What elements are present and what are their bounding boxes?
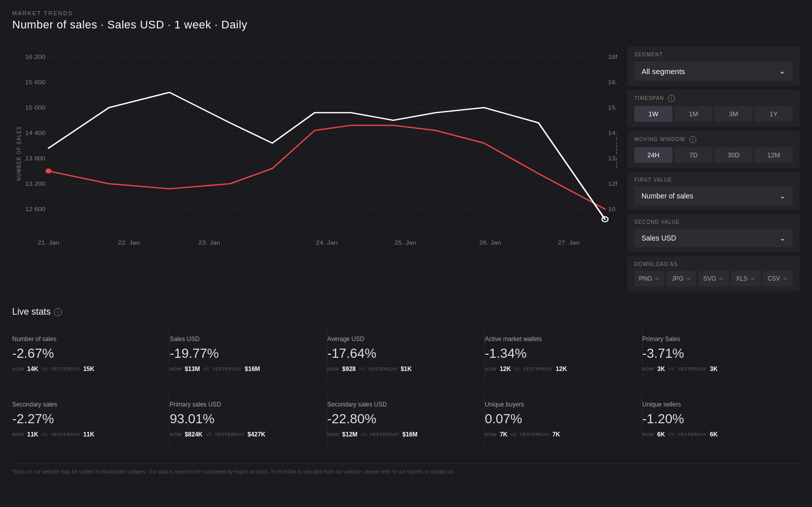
chart-svg: 16 200 15 600 15 000 14 400 13 800 13 20… [12, 42, 617, 255]
timespan-3m-button[interactable]: 3M [715, 106, 753, 122]
stat-card-primary-sales: Primary Sales -3.71% NOW 3K VS YESTERDAY… [642, 327, 800, 381]
first-value-dropdown[interactable]: Number of sales ⌄ [634, 187, 793, 205]
svg-text:12 600: 12 600 [25, 206, 45, 213]
main-content: 16 200 15 600 15 000 14 400 13 800 13 20… [12, 42, 800, 291]
svg-text:12M: 12M [608, 181, 617, 187]
moving-window-12m-button[interactable]: 12M [755, 147, 793, 163]
stat-pct: -19.77% [170, 346, 316, 361]
stat-pct: 93.01% [170, 411, 316, 427]
moving-window-btn-group: 24H 7D 30D 12M [634, 147, 793, 163]
stat-comparison: NOW 11K VS YESTERDAY 11K [12, 431, 159, 438]
chart-section: 16 200 15 600 15 000 14 400 13 800 13 20… [12, 42, 617, 291]
svg-text:14.4M: 14.4M [608, 130, 617, 137]
segment-value: All segments [641, 67, 685, 76]
stat-name: Unique buyers [485, 401, 631, 408]
stat-card-unique-buyers: Unique buyers 0.07% NOW 7K VS YESTERDAY … [485, 393, 642, 446]
stat-name: Primary sales USD [170, 401, 316, 408]
first-value-control: First value Number of sales ⌄ [627, 172, 800, 210]
timespan-label: TIMESPAN i [634, 95, 793, 102]
stat-comparison: NOW 14K VS YESTERDAY 15K [12, 365, 159, 373]
sidebar: Segment All segments ⌄ TIMESPAN i 1W 1M … [627, 42, 800, 291]
download-label: DOWNLOAD AS [634, 261, 793, 267]
timespan-1m-button[interactable]: 1M [674, 106, 713, 122]
second-value-arrow-icon: ⌄ [780, 234, 786, 242]
stat-name: Secondary sales USD [327, 401, 474, 408]
svg-text:27. Jan: 27. Jan [558, 240, 580, 246]
stat-pct: -3.71% [642, 346, 790, 361]
segment-label: Segment [634, 52, 793, 57]
svg-text:26. Jan: 26. Jan [479, 240, 501, 246]
timespan-info-icon[interactable]: i [668, 95, 675, 102]
second-value-label: Second value [634, 219, 793, 225]
svg-text:21. Jan: 21. Jan [38, 240, 59, 246]
svg-text:25. Jan: 25. Jan [394, 240, 416, 246]
svg-text:14 400: 14 400 [25, 130, 45, 137]
header: MARKET TRENDS Number of sales · Sales US… [12, 10, 800, 31]
stat-name: Secondary sales [12, 401, 159, 408]
stat-comparison: NOW $12M VS YESTERDAY $16M [327, 431, 474, 438]
stats-grid-row1: Number of sales -2.67% NOW 14K VS YESTER… [12, 327, 800, 381]
timespan-1w-button[interactable]: 1W [634, 106, 672, 122]
stat-card-number-of-sales: Number of sales -2.67% NOW 14K VS YESTER… [12, 327, 170, 381]
svg-text:13 200: 13 200 [25, 181, 45, 187]
download-csv-button[interactable]: CSV → [763, 271, 793, 286]
live-stats-info-icon[interactable]: i [54, 308, 62, 316]
stat-pct: -22.80% [327, 411, 474, 427]
first-value-label: First value [634, 177, 793, 183]
stat-name: Average USD [327, 335, 474, 343]
moving-window-info-icon[interactable]: i [689, 136, 696, 143]
stat-comparison: NOW $824K VS YESTERDAY $427K [170, 431, 316, 438]
stat-card-secondary-sales: Secondary sales -2.27% NOW 11K VS YESTER… [12, 393, 170, 446]
stat-card-active-wallets: Active market wallets -1.34% NOW 12K VS … [485, 327, 642, 381]
second-value-dropdown[interactable]: Sales USD ⌄ [634, 229, 793, 247]
timespan-control: TIMESPAN i 1W 1M 3M 1Y [627, 90, 800, 127]
stat-comparison: NOW 12K VS YESTERDAY 12K [485, 365, 631, 373]
live-stats-title: Live stats i [12, 307, 800, 317]
svg-text:23. Jan: 23. Jan [198, 240, 220, 246]
svg-text:NUMBER OF SALES: NUMBER OF SALES [16, 126, 22, 181]
download-jpg-button[interactable]: JPG → [666, 271, 696, 286]
svg-text:SALES USD: SALES USD [615, 137, 617, 170]
stat-comparison: NOW $13M VS YESTERDAY $16M [170, 365, 316, 373]
stat-pct: 0.07% [485, 411, 631, 427]
stat-card-average-usd: Average USD -17.64% NOW $928 VS YESTERDA… [327, 327, 485, 381]
chart-wrapper: 16 200 15 600 15 000 14 400 13 800 13 20… [12, 42, 617, 255]
page-title: Number of sales · Sales USD · 1 week · D… [12, 18, 800, 31]
svg-text:22. Jan: 22. Jan [118, 240, 140, 246]
segment-dropdown[interactable]: All segments ⌄ [634, 61, 793, 81]
stat-name: Number of sales [12, 335, 159, 343]
download-svg-button[interactable]: SVG → [698, 271, 728, 286]
stat-name: Sales USD [170, 335, 316, 343]
stat-comparison: NOW 7K VS YESTERDAY 7K [485, 431, 631, 438]
download-png-button[interactable]: PNG → [634, 271, 664, 286]
svg-text:15 600: 15 600 [25, 79, 45, 86]
download-btns: PNG → JPG → SVG → XLS → CSV → [634, 271, 793, 286]
stat-pct: -17.64% [327, 346, 474, 361]
stat-comparison: NOW 3K VS YESTERDAY 3K [642, 365, 790, 373]
stat-comparison: NOW $928 VS YESTERDAY $1K [327, 365, 474, 373]
second-value-control: Second value Sales USD ⌄ [627, 214, 800, 252]
moving-window-30d-button[interactable]: 30D [715, 147, 753, 163]
timespan-1y-button[interactable]: 1Y [755, 106, 793, 122]
download-xls-button[interactable]: XLS → [731, 271, 761, 286]
stat-card-primary-sales-usd: Primary sales USD 93.01% NOW $824K VS YE… [170, 393, 327, 446]
footer-note: *Data on our website may be subject to b… [12, 463, 800, 475]
stat-name: Active market wallets [485, 335, 631, 343]
stats-grid-row2: Secondary sales -2.27% NOW 11K VS YESTER… [12, 393, 800, 446]
svg-text:13 800: 13 800 [25, 155, 45, 162]
stat-pct: -1.20% [642, 411, 790, 427]
market-trends-label: MARKET TRENDS [12, 10, 800, 16]
stat-card-unique-sellers: Unique sellers -1.20% NOW 6K VS YESTERDA… [642, 393, 800, 446]
stat-card-secondary-sales-usd: Secondary sales USD -22.80% NOW $12M VS … [327, 393, 485, 446]
svg-text:15 000: 15 000 [25, 105, 45, 111]
svg-text:15.6M: 15.6M [608, 105, 617, 111]
moving-window-control: MOVING WINDOW i 24H 7D 30D 12M [627, 131, 800, 168]
live-stats-section: Live stats i Number of sales -2.67% NOW … [12, 307, 800, 458]
moving-window-7d-button[interactable]: 7D [674, 147, 713, 163]
stat-pct: -2.67% [12, 346, 159, 361]
moving-window-24h-button[interactable]: 24H [634, 147, 672, 163]
first-value-arrow-icon: ⌄ [780, 192, 786, 200]
svg-text:18M: 18M [608, 54, 617, 60]
svg-point-24 [46, 168, 52, 174]
stat-name: Primary Sales [642, 335, 790, 343]
